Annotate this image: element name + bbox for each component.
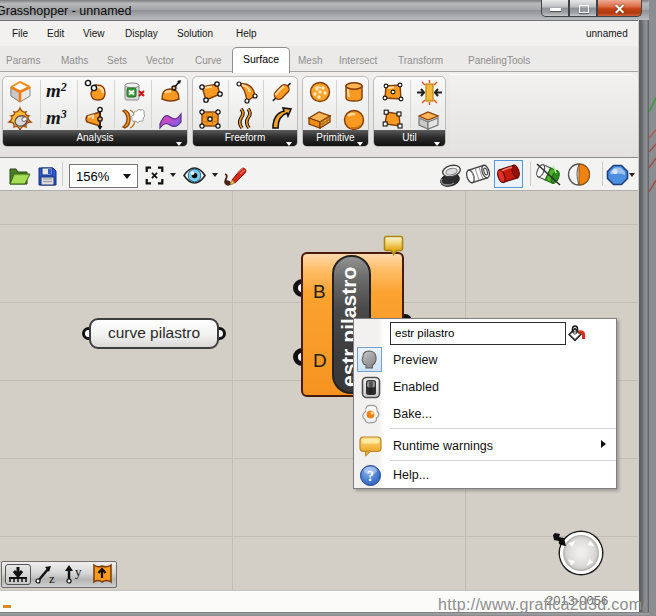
svg-text:z: z bbox=[49, 571, 55, 586]
svg-text:y: y bbox=[75, 564, 82, 579]
svg-text:?: ? bbox=[367, 469, 374, 484]
